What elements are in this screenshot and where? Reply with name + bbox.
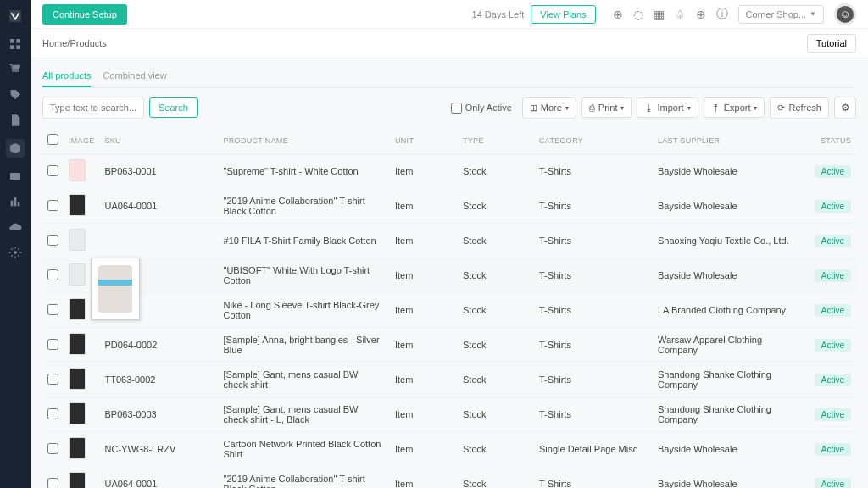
help-icon[interactable]: ⓘ: [716, 7, 728, 22]
row-checkbox[interactable]: [47, 165, 58, 176]
continue-setup-button[interactable]: Continue Setup: [42, 4, 127, 25]
cell-unit: Item: [390, 154, 458, 189]
col-name[interactable]: Product Name: [219, 127, 390, 154]
table-row[interactable]: BP063-0001"Supreme" T-shirt - White Cott…: [42, 154, 856, 189]
row-checkbox[interactable]: [47, 443, 58, 454]
cloud-icon[interactable]: [8, 220, 22, 234]
col-unit[interactable]: Unit: [390, 127, 458, 154]
cell-type: Stock: [458, 467, 534, 489]
status-badge: Active: [815, 200, 851, 213]
dashboard-icon[interactable]: [8, 37, 22, 51]
status-badge: Active: [815, 374, 851, 386]
view-plans-button[interactable]: View Plans: [531, 5, 595, 24]
row-checkbox[interactable]: [47, 304, 58, 315]
export-button[interactable]: ⭱Export▾: [704, 97, 765, 118]
tab-combined-view[interactable]: Combined view: [103, 65, 166, 87]
file-icon[interactable]: [8, 114, 22, 127]
cell-type: Stock: [458, 189, 534, 224]
toolbar: Search Only Active ⊞More▾ ⎙Print▾ ⭳Impor…: [42, 97, 856, 119]
row-checkbox[interactable]: [47, 374, 58, 385]
row-checkbox[interactable]: [47, 200, 58, 211]
status-badge: Active: [815, 269, 851, 282]
only-active-toggle[interactable]: Only Active: [451, 103, 512, 114]
col-status[interactable]: Status: [805, 127, 856, 154]
row-checkbox[interactable]: [47, 408, 58, 419]
more-button[interactable]: ⊞More▾: [522, 97, 576, 119]
cell-sku: NC-YWG8-LRZV: [100, 432, 219, 467]
app-logo[interactable]: [6, 7, 25, 25]
product-thumbnail[interactable]: [69, 333, 86, 355]
product-thumbnail[interactable]: [69, 194, 86, 216]
row-checkbox[interactable]: [47, 478, 58, 489]
table-row[interactable]: UA064-0001"2019 Anime Collaboration" T-s…: [42, 189, 856, 224]
user-avatar[interactable]: ☺: [834, 3, 856, 25]
import-button[interactable]: ⭳Import▾: [637, 97, 698, 118]
status-badge: Active: [815, 304, 851, 317]
search-button[interactable]: Search: [149, 97, 198, 118]
col-supplier[interactable]: Last Supplier: [653, 127, 805, 154]
cart-icon[interactable]: [8, 63, 22, 76]
cell-category: T-Shirts: [534, 467, 653, 489]
search-input[interactable]: [42, 97, 144, 119]
products-table: Image SKU Product Name Unit Type Categor…: [42, 127, 856, 488]
table-row[interactable]: TT063-0002[Sample] Gant, mens casual BW …: [42, 363, 856, 397]
col-image[interactable]: Image: [64, 127, 100, 154]
sidebar-nav: [0, 0, 31, 488]
select-all-checkbox[interactable]: [47, 134, 58, 145]
account-selector[interactable]: Corner Shop...▼: [738, 5, 824, 24]
chat-icon[interactable]: ◌: [633, 8, 643, 21]
cell-unit: Item: [390, 363, 458, 397]
product-thumbnail[interactable]: [69, 159, 86, 181]
add-icon[interactable]: ⊕: [613, 8, 623, 21]
tutorial-button[interactable]: Tutorial: [807, 34, 856, 53]
calendar-icon[interactable]: ▦: [654, 8, 665, 21]
cell-name: "Supreme" T-shirt - White Cotton: [219, 154, 390, 189]
tab-all-products[interactable]: All products: [42, 65, 91, 87]
cell-type: Stock: [458, 363, 534, 397]
row-checkbox[interactable]: [47, 339, 58, 350]
settings-icon[interactable]: [8, 246, 22, 259]
money-icon[interactable]: [8, 169, 22, 183]
table-row[interactable]: NC-YWG8-LRZVCartoon Network Printed Blac…: [42, 432, 856, 467]
table-settings-button[interactable]: ⚙: [834, 97, 856, 119]
refresh-button[interactable]: ⟳Refresh: [770, 97, 829, 119]
col-sku[interactable]: SKU: [100, 127, 219, 154]
product-thumbnail[interactable]: [69, 263, 86, 286]
status-badge: Active: [815, 408, 851, 421]
breadcrumb-home[interactable]: Home: [42, 38, 67, 48]
product-thumbnail[interactable]: [69, 298, 86, 320]
table-row[interactable]: PD064-0002[Sample] Anna, bright bangles …: [42, 328, 856, 363]
cell-unit: Item: [390, 258, 458, 293]
image-preview-popover: [91, 258, 140, 320]
table-row[interactable]: BP063-0003[Sample] Gant, mens casual BW …: [42, 397, 856, 432]
globe-icon[interactable]: ⊕: [696, 8, 706, 21]
cell-type: Stock: [458, 224, 534, 258]
product-thumbnail[interactable]: [69, 368, 86, 390]
cell-sku: [100, 224, 219, 258]
cell-name: [Sample] Gant, mens casual BW check shir…: [219, 363, 390, 397]
table-row[interactable]: #10 FILA T-Shirt Family Black CottonItem…: [42, 224, 856, 258]
cell-name: Nike - Long Sleeve T-shirt Black-Grey Co…: [219, 293, 390, 328]
cell-sku: PD064-0002: [100, 328, 219, 363]
table-row[interactable]: "UBISOFT" White With Logo T-shirt Cotton…: [42, 258, 856, 293]
col-type[interactable]: Type: [458, 127, 534, 154]
bell-icon[interactable]: ♤: [675, 8, 686, 21]
chart-icon[interactable]: [8, 195, 22, 208]
tag-icon[interactable]: [8, 88, 22, 102]
product-thumbnail[interactable]: [69, 472, 86, 488]
cell-supplier: Bayside Wholesale: [653, 432, 805, 467]
col-category[interactable]: Category: [534, 127, 653, 154]
cell-type: Stock: [458, 328, 534, 363]
breadcrumb: Home / Products Tutorial: [31, 29, 868, 58]
trial-days-text: 14 Days Left: [472, 9, 525, 19]
table-row[interactable]: UA064-0001"2019 Anime Collaboration" T-s…: [42, 467, 856, 489]
print-button[interactable]: ⎙Print▾: [581, 97, 632, 118]
table-row[interactable]: Nike - Long Sleeve T-shirt Black-Grey Co…: [42, 293, 856, 328]
box-icon[interactable]: [6, 139, 25, 158]
product-thumbnail[interactable]: [69, 402, 86, 424]
product-thumbnail[interactable]: [69, 437, 86, 459]
cell-supplier: Shandong Shanke Clothing Company: [653, 397, 805, 432]
product-thumbnail[interactable]: [69, 229, 86, 251]
row-checkbox[interactable]: [47, 235, 58, 246]
row-checkbox[interactable]: [47, 269, 58, 280]
